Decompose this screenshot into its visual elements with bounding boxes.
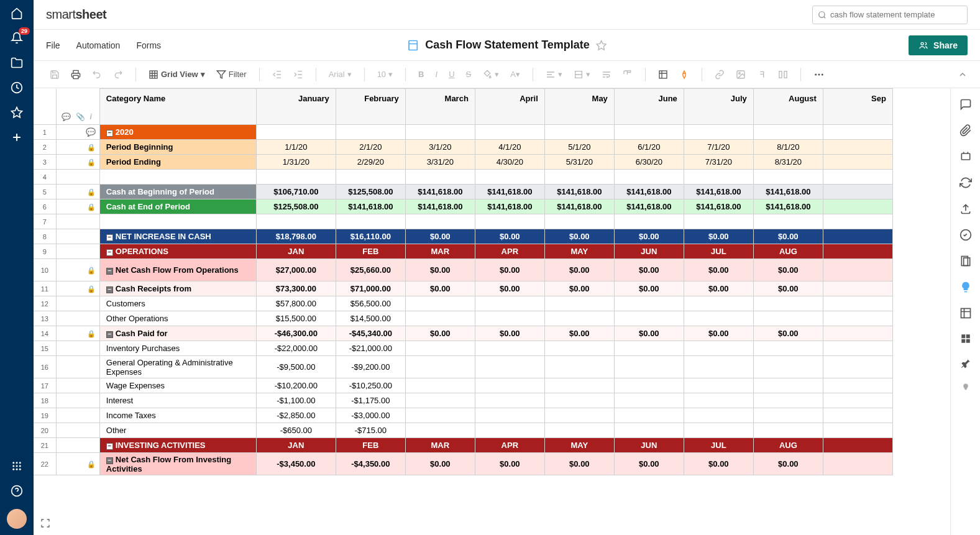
data-cell[interactable] bbox=[405, 125, 475, 140]
text-color-icon[interactable]: A▾ bbox=[506, 67, 524, 81]
row-number[interactable]: 20 bbox=[34, 423, 56, 438]
data-cell[interactable] bbox=[614, 125, 684, 140]
data-cell[interactable]: JAN bbox=[256, 244, 336, 259]
data-cell[interactable]: $0.00 bbox=[544, 259, 614, 281]
wrap-text-icon[interactable] bbox=[598, 67, 615, 82]
data-cell[interactable]: $14,500.00 bbox=[336, 311, 405, 326]
avatar[interactable] bbox=[7, 509, 27, 529]
data-cell[interactable] bbox=[405, 356, 475, 378]
collapse-icon[interactable]: − bbox=[106, 443, 113, 450]
data-cell[interactable] bbox=[684, 423, 753, 438]
data-cell[interactable]: APR bbox=[475, 244, 544, 259]
brandfolder-icon[interactable] bbox=[960, 333, 971, 344]
data-cell[interactable] bbox=[256, 214, 336, 229]
data-cell[interactable] bbox=[823, 199, 892, 214]
data-cell[interactable]: JUN bbox=[614, 438, 684, 453]
category-cell[interactable]: Period Ending bbox=[99, 155, 256, 170]
data-cell[interactable]: -$715.00 bbox=[336, 423, 405, 438]
data-cell[interactable] bbox=[336, 170, 405, 185]
data-cell[interactable]: JAN bbox=[256, 438, 336, 453]
data-cell[interactable] bbox=[823, 296, 892, 311]
collapse-icon[interactable]: − bbox=[106, 130, 113, 137]
expand-icon[interactable] bbox=[36, 514, 55, 533]
data-cell[interactable]: $0.00 bbox=[405, 453, 475, 475]
row-number[interactable]: 22 bbox=[34, 453, 56, 475]
attachment-icon[interactable] bbox=[753, 67, 771, 82]
data-cell[interactable]: $141,618.00 bbox=[405, 199, 475, 214]
data-cell[interactable]: JUN bbox=[614, 244, 684, 259]
data-cell[interactable]: -$650.00 bbox=[256, 423, 336, 438]
data-cell[interactable] bbox=[614, 311, 684, 326]
columns-icon[interactable] bbox=[774, 67, 792, 82]
row-number[interactable]: 1 bbox=[34, 125, 56, 140]
data-cell[interactable]: $141,618.00 bbox=[405, 185, 475, 199]
menu-automation[interactable]: Automation bbox=[76, 40, 121, 50]
workapps-icon[interactable] bbox=[959, 307, 972, 319]
row-number[interactable]: 18 bbox=[34, 393, 56, 408]
folder-icon[interactable] bbox=[10, 56, 24, 70]
data-cell[interactable] bbox=[336, 214, 405, 229]
data-cell[interactable]: $141,618.00 bbox=[475, 199, 544, 214]
data-cell[interactable]: 6/30/20 bbox=[614, 155, 684, 170]
data-cell[interactable]: $0.00 bbox=[405, 259, 475, 281]
data-cell[interactable] bbox=[475, 393, 544, 408]
data-cell[interactable]: 4/30/20 bbox=[475, 155, 544, 170]
grid-view-button[interactable]: Grid View ▾ bbox=[145, 67, 209, 82]
data-cell[interactable]: $0.00 bbox=[475, 259, 544, 281]
data-cell[interactable]: $0.00 bbox=[753, 259, 823, 281]
data-cell[interactable] bbox=[475, 214, 544, 229]
category-cell[interactable]: −Net Cash Flow From Operations bbox=[99, 259, 256, 281]
data-cell[interactable] bbox=[823, 214, 892, 229]
sheet-grid[interactable]: 💬📎i Category NameJanuaryFebruaryMarchApr… bbox=[34, 88, 950, 535]
data-cell[interactable]: $71,000.00 bbox=[336, 281, 405, 296]
column-header[interactable]: June bbox=[614, 89, 684, 125]
column-header[interactable]: January bbox=[256, 89, 336, 125]
data-cell[interactable]: -$3,450.00 bbox=[256, 453, 336, 475]
data-cell[interactable]: $0.00 bbox=[544, 281, 614, 296]
data-cell[interactable] bbox=[823, 259, 892, 281]
data-cell[interactable] bbox=[405, 341, 475, 356]
row-number[interactable]: 5 bbox=[34, 185, 56, 199]
pin-icon[interactable] bbox=[960, 358, 971, 369]
data-cell[interactable] bbox=[753, 214, 823, 229]
data-cell[interactable]: 6/1/20 bbox=[614, 140, 684, 155]
data-cell[interactable] bbox=[823, 244, 892, 259]
data-cell[interactable]: $0.00 bbox=[753, 453, 823, 475]
data-cell[interactable] bbox=[684, 296, 753, 311]
conditional-format-icon[interactable] bbox=[654, 67, 672, 82]
data-cell[interactable] bbox=[405, 378, 475, 393]
data-cell[interactable]: -$10,200.00 bbox=[256, 378, 336, 393]
data-cell[interactable] bbox=[684, 393, 753, 408]
category-cell[interactable]: Other bbox=[99, 423, 256, 438]
data-cell[interactable] bbox=[753, 378, 823, 393]
row-number[interactable]: 17 bbox=[34, 378, 56, 393]
data-cell[interactable] bbox=[614, 378, 684, 393]
data-cell[interactable]: -$4,350.00 bbox=[336, 453, 405, 475]
proofs-panel-icon[interactable] bbox=[959, 150, 972, 163]
row-number[interactable]: 14 bbox=[34, 326, 56, 341]
data-cell[interactable] bbox=[405, 296, 475, 311]
row-number[interactable]: 3 bbox=[34, 155, 56, 170]
category-cell[interactable]: −Cash Receipts from bbox=[99, 281, 256, 296]
more-icon[interactable] bbox=[810, 66, 828, 83]
data-cell[interactable] bbox=[753, 125, 823, 140]
row-number[interactable]: 19 bbox=[34, 408, 56, 423]
data-cell[interactable] bbox=[614, 296, 684, 311]
data-cell[interactable]: -$9,500.00 bbox=[256, 356, 336, 378]
attachments-panel-icon[interactable] bbox=[959, 124, 972, 137]
notifications-icon[interactable]: 29 bbox=[10, 31, 24, 45]
row-number[interactable]: 15 bbox=[34, 341, 56, 356]
data-cell[interactable]: MAR bbox=[405, 438, 475, 453]
data-cell[interactable] bbox=[823, 438, 892, 453]
update-requests-icon[interactable] bbox=[959, 176, 972, 189]
collapse-icon[interactable]: − bbox=[106, 249, 113, 256]
data-cell[interactable]: MAY bbox=[544, 244, 614, 259]
data-cell[interactable]: 2/1/20 bbox=[336, 140, 405, 155]
data-cell[interactable] bbox=[753, 393, 823, 408]
category-cell[interactable]: Other Operations bbox=[99, 311, 256, 326]
data-cell[interactable]: $56,500.00 bbox=[336, 296, 405, 311]
fill-color-icon[interactable]: ▾ bbox=[479, 67, 503, 82]
data-cell[interactable] bbox=[405, 393, 475, 408]
align-vertical-icon[interactable]: ▾ bbox=[570, 67, 594, 82]
data-cell[interactable] bbox=[544, 214, 614, 229]
